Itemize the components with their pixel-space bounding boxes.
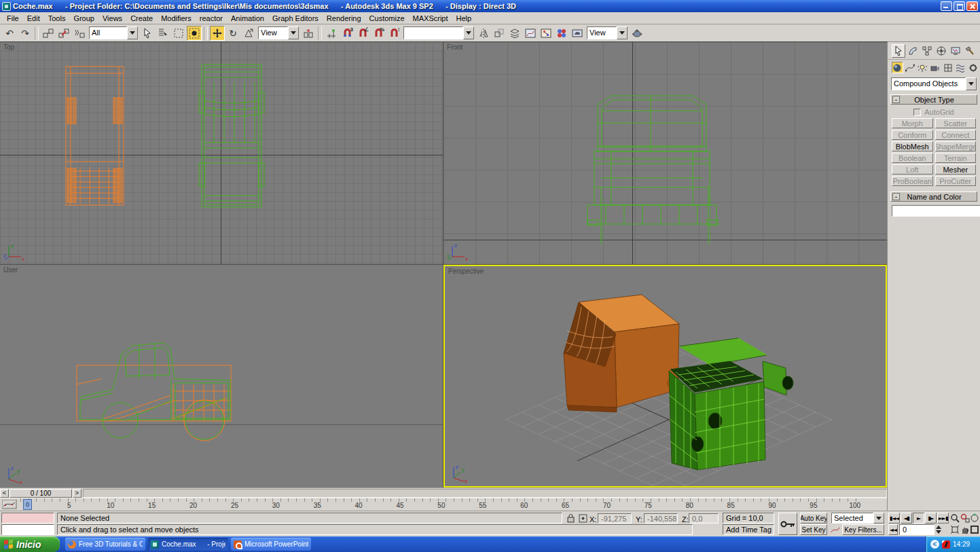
quick-render-teapot-button[interactable] (630, 26, 645, 41)
taskbar-task-coche-max-proje-[interactable]: Coche.max - Proje... (148, 538, 228, 551)
tab-create[interactable] (892, 44, 905, 58)
dropdown-arrow-icon[interactable] (127, 26, 138, 39)
tab-motion[interactable] (934, 44, 948, 58)
title-bar[interactable]: Coche.max - Project Folder: C:\Documents… (0, 0, 980, 12)
object-type-button-loft[interactable]: Loft (892, 164, 933, 174)
time-slider-handle[interactable]: 0 / 100 (10, 489, 72, 498)
tab-utilities[interactable] (963, 44, 977, 58)
start-button[interactable]: Inicio (0, 536, 60, 552)
mirror-button[interactable] (476, 26, 491, 41)
z-coord-field[interactable]: 0,0 (689, 513, 719, 523)
menu-item-11[interactable]: Customize (365, 13, 409, 24)
maxscript-mini-listener[interactable] (1, 524, 54, 535)
menu-item-0[interactable]: File (3, 13, 23, 24)
curve-editor-button[interactable] (523, 26, 538, 41)
arc-rotate-icon[interactable] (969, 513, 980, 523)
object-name-input[interactable] (892, 205, 980, 217)
taskbar-task-microsoft-powerpoint-[interactable]: Microsoft PowerPoint ... (231, 538, 311, 551)
object-type-button-boolean[interactable]: Boolean (892, 153, 933, 163)
viewport-perspective[interactable]: Perspective (443, 265, 887, 487)
angle-snap-icon[interactable]: ∠ (355, 26, 370, 41)
frame-spinner[interactable] (936, 524, 942, 535)
object-type-button-procutter[interactable]: ProCutter (935, 176, 977, 186)
tab-display[interactable] (949, 44, 962, 58)
absolute-offset-toggle-icon[interactable] (577, 513, 588, 523)
viewport-top[interactable]: Top (0, 42, 443, 265)
cameras-icon[interactable] (930, 62, 941, 73)
name-and-color-rollout-header[interactable]: - Name and Color (890, 191, 977, 202)
layer-manager-button[interactable] (507, 26, 522, 41)
collapse-icon[interactable]: - (892, 96, 900, 103)
time-slider-track[interactable] (83, 489, 887, 498)
zoom-extents-icon[interactable] (949, 524, 960, 535)
zoom-icon[interactable] (949, 513, 960, 523)
dropdown-arrow-icon[interactable] (617, 26, 628, 39)
restore-button[interactable] (954, 1, 965, 11)
render-setup-button[interactable] (570, 26, 585, 41)
window-crossing-toggle[interactable] (187, 26, 202, 41)
viewport-front[interactable]: Front (443, 42, 887, 265)
go-to-end-button[interactable]: ►►▮ (937, 513, 949, 523)
select-and-link-icon[interactable] (41, 26, 56, 41)
viewport-user[interactable]: User (0, 265, 443, 487)
track-bar-thumb[interactable]: 0 (23, 499, 32, 510)
set-key-button[interactable]: Set Key (800, 524, 827, 535)
space-warps-icon[interactable] (955, 62, 966, 73)
geometry-icon[interactable] (892, 62, 903, 73)
set-keys-button[interactable] (778, 513, 797, 535)
menu-item-2[interactable]: Tools (44, 13, 70, 24)
tab-modify[interactable] (906, 44, 920, 58)
select-and-scale-button[interactable] (241, 26, 256, 41)
dropdown-arrow-icon[interactable] (463, 26, 474, 39)
object-category-dropdown[interactable]: Compound Objects (891, 77, 977, 90)
bind-to-spacewarp-icon[interactable] (72, 26, 87, 41)
key-mode-toggle-button[interactable]: ◄◄ (888, 524, 898, 535)
helpers-icon[interactable] (942, 62, 954, 73)
go-to-start-button[interactable]: ▮◄◄ (888, 513, 900, 523)
material-editor-button[interactable] (554, 26, 569, 41)
x-coord-field[interactable]: -91,275 (598, 513, 632, 523)
use-pivot-point-button[interactable] (301, 26, 316, 41)
frame-forward-button[interactable]: > (73, 489, 81, 498)
play-button[interactable]: ► (913, 513, 924, 523)
maximize-viewport-toggle-icon[interactable] (969, 524, 980, 535)
select-and-move-button[interactable] (210, 26, 225, 41)
select-by-name-button[interactable] (156, 26, 170, 41)
object-type-button-scatter[interactable]: Scatter (935, 118, 977, 128)
schematic-view-button[interactable] (539, 26, 553, 41)
rectangular-selection-region-button[interactable] (171, 26, 186, 41)
select-and-rotate-button[interactable]: ↻ (225, 26, 240, 41)
menu-item-8[interactable]: Animation (227, 13, 268, 24)
object-type-button-shapemerge[interactable]: ShapeMerge (935, 141, 977, 151)
add-time-tag[interactable]: Add Time Tag (723, 524, 774, 535)
object-type-button-blobmesh[interactable]: BlobMesh (892, 141, 933, 151)
tab-hierarchy[interactable] (920, 44, 934, 58)
maxscript-mini-listener-recorder[interactable] (1, 513, 54, 523)
object-type-button-mesher[interactable]: Mesher (935, 164, 977, 174)
next-frame-button[interactable]: ▮► (925, 513, 937, 523)
close-button[interactable] (966, 1, 978, 11)
systems-icon[interactable] (967, 62, 979, 73)
kaspersky-tray-icon[interactable] (942, 540, 950, 549)
key-filters-button[interactable]: Key Filters... (842, 524, 884, 535)
previous-frame-button[interactable]: ◄▮ (901, 513, 912, 523)
selection-filter-dropdown[interactable]: All (89, 26, 138, 39)
taskbar-task-free-3d-tutorials-c-[interactable]: Free 3D Tutorials & C... (65, 538, 145, 551)
snap-toggle-3d-icon[interactable]: 3 (340, 26, 355, 41)
menu-item-6[interactable]: Modifiers (157, 13, 196, 24)
track-bar[interactable]: 0510152025303540455055606570758085909510… (0, 498, 887, 511)
menu-item-7[interactable]: reactor (196, 13, 227, 24)
menu-item-5[interactable]: Create (126, 13, 157, 24)
key-mode-dropdown[interactable]: Selected (831, 513, 884, 523)
object-type-button-proboolean[interactable]: ProBoolean (892, 176, 933, 186)
tray-chevron-icon[interactable]: < (930, 540, 939, 549)
select-object-button[interactable] (140, 26, 155, 41)
shapes-icon[interactable] (905, 62, 916, 73)
frame-back-button[interactable]: < (0, 489, 9, 498)
select-and-manipulate-button[interactable] (324, 26, 339, 41)
object-type-button-terrain[interactable]: Terrain (935, 153, 977, 163)
dropdown-arrow-icon[interactable] (873, 513, 884, 523)
default-in-out-tangent-icon[interactable] (830, 524, 841, 535)
menu-item-10[interactable]: Rendering (323, 13, 365, 24)
named-selection-sets-dropdown[interactable] (403, 26, 474, 39)
